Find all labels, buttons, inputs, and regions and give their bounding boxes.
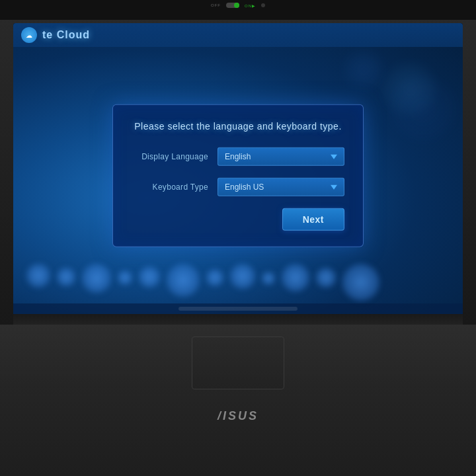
scrollbar-track xyxy=(178,307,298,311)
bokeh-3 xyxy=(390,76,456,142)
screen-wrapper: ☁ te Cloud Please select the language an… xyxy=(13,23,463,314)
dialog-box: Please select the language and keyboard … xyxy=(112,104,364,247)
screen: ☁ te Cloud Please select the language an… xyxy=(13,23,463,314)
keyboard-type-row: Keyboard Type English US xyxy=(132,178,344,196)
dropdown-arrow-keyboard xyxy=(331,184,337,189)
next-button[interactable]: Next xyxy=(282,208,344,231)
bokeh-b1 xyxy=(26,264,50,288)
bottom-bezel xyxy=(13,314,463,325)
screen-bottom-bar xyxy=(13,303,463,314)
bokeh-b3 xyxy=(82,264,111,293)
laptop-outer: OFF ON▶ ☁ te Cloud Please select the lan… xyxy=(0,0,476,476)
bokeh-b11 xyxy=(316,268,336,288)
bokeh-b2 xyxy=(57,268,75,286)
bokeh-b12 xyxy=(342,264,379,301)
dropdown-arrow-language xyxy=(331,154,337,159)
toggle-label-off: OFF xyxy=(211,3,221,7)
bokeh-2 xyxy=(344,50,383,89)
bokeh-b8 xyxy=(230,264,255,289)
bokeh-b7 xyxy=(206,269,223,286)
display-language-value: English xyxy=(225,152,251,161)
toggle-label-on: ON▶ xyxy=(245,3,256,8)
webcam-dot xyxy=(261,3,265,7)
bokeh-b5 xyxy=(139,266,160,288)
app-title: te Cloud xyxy=(42,29,90,41)
display-language-label: Display Language xyxy=(132,152,218,161)
bokeh-bottom xyxy=(13,264,463,301)
keyboard-type-value: English US xyxy=(225,182,264,192)
keyboard-type-label: Keyboard Type xyxy=(132,182,218,192)
display-language-row: Display Language English xyxy=(132,147,344,166)
bokeh-b4 xyxy=(118,270,132,285)
bokeh-b10 xyxy=(282,264,309,292)
laptop-body: /ISUS xyxy=(0,325,476,476)
app-icon: ☁ xyxy=(21,27,37,43)
keyboard-type-dropdown[interactable]: English US xyxy=(218,178,344,196)
webcam-area: OFF ON▶ xyxy=(211,3,265,8)
touchpad[interactable] xyxy=(192,337,284,389)
display-language-dropdown[interactable]: English xyxy=(218,147,344,166)
top-bezel: OFF ON▶ xyxy=(0,0,476,20)
bokeh-b6 xyxy=(167,264,200,297)
asus-logo: /ISUS xyxy=(218,409,258,423)
bokeh-b9 xyxy=(262,272,275,285)
app-title-bar: ☁ te Cloud xyxy=(13,23,463,47)
dialog-title: Please select the language and keyboard … xyxy=(132,121,344,132)
